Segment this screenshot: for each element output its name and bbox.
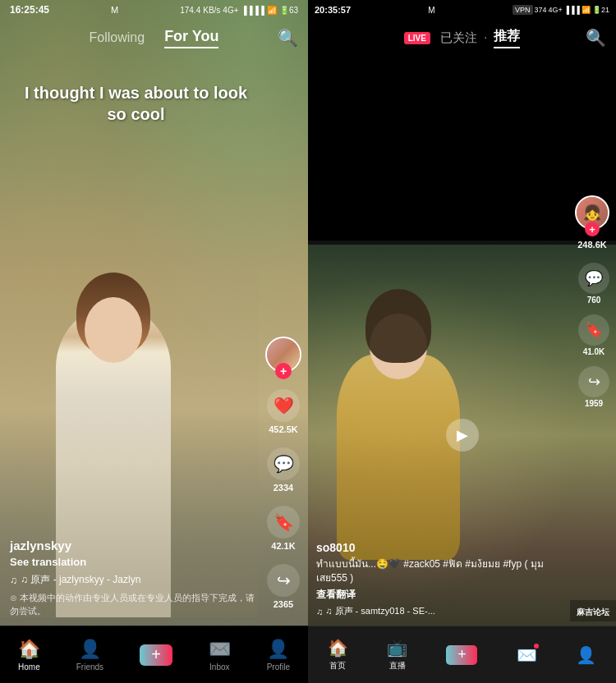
play-button[interactable]: ▶ <box>446 419 479 452</box>
left-nav-foryou[interactable]: For You <box>164 28 218 48</box>
left-nav-profile[interactable]: 👤 Profile <box>267 639 290 672</box>
heart-icon: ❤️ <box>267 389 300 422</box>
left-status-icons: 174.4 KB/s 4G+ ▐▐▐▐ 📶 🔋63 <box>180 6 298 15</box>
right-username: so8010 <box>316 541 568 554</box>
right-share-count: 1959 <box>585 399 603 408</box>
right-status-bar: 20:35:57 M VPN 374 4G+ ▐▐▐ 📶 🔋21 <box>308 0 616 20</box>
right-panel: 20:35:57 M VPN 374 4G+ ▐▐▐ 📶 🔋21 LIVE 已关… <box>308 0 616 683</box>
inbox-icon: ✉️ <box>209 639 231 660</box>
right-m-icon: M <box>428 6 434 15</box>
right-share-icon: ↪ <box>578 366 609 397</box>
right-see-translation[interactable]: 查看翻译 <box>316 588 568 602</box>
left-follow-plus[interactable]: + <box>275 363 292 379</box>
right-inbox-icon: ✉️ <box>517 645 537 665</box>
left-avatar-container: + <box>265 337 301 373</box>
watermark: 麻吉论坛 <box>570 600 616 621</box>
right-nav-inbox[interactable]: ✉️ <box>517 645 537 665</box>
right-profile-icon: 👤 <box>576 645 596 665</box>
profile-icon: 👤 <box>267 639 289 660</box>
right-add-icon: + <box>446 645 477 665</box>
live-badge: LIVE <box>404 32 430 44</box>
right-top-like-count: 248.6K <box>577 240 606 250</box>
left-nav-inbox[interactable]: ✉️ Inbox <box>209 639 231 672</box>
right-top-avatar-container: 👧 + <box>575 195 609 230</box>
left-warning-text: ⊙ 本视频中的动作由专业人员或在专业人员的指导下完成，请勿尝试。 <box>10 592 259 617</box>
right-bookmark-icon: 🔖 <box>578 314 609 346</box>
right-top-video: 👧 + 248.6K <box>308 56 616 245</box>
right-nav-following[interactable]: 已关注 <box>440 30 477 46</box>
left-username: jazlynskyy <box>10 539 259 552</box>
left-header: Following For You 🔍 <box>0 20 308 56</box>
search-icon[interactable]: 🔍 <box>278 28 298 48</box>
left-nav-following[interactable]: Following <box>90 30 145 45</box>
right-comment-button[interactable]: 💬 760 <box>578 263 609 305</box>
right-bookmark-count: 41.0K <box>583 347 605 356</box>
left-share-button[interactable]: ↪ 2365 <box>267 564 300 609</box>
right-home-icon: 🏠 <box>328 638 348 658</box>
right-bookmark-button[interactable]: 🔖 41.0K <box>578 314 609 356</box>
left-nav-home[interactable]: 🏠 Home <box>18 639 40 672</box>
friends-icon: 👤 <box>79 639 101 660</box>
left-like-count: 452.5K <box>269 424 297 434</box>
left-comment-button[interactable]: 💬 2334 <box>267 447 300 493</box>
left-sound-info: ♫ ♫ 原声 - jazlynskyy - Jazlyn <box>10 573 259 587</box>
right-time: 20:35:57 <box>315 5 351 15</box>
left-comment-count: 2334 <box>274 483 293 493</box>
left-nav-add[interactable]: + <box>140 644 172 666</box>
right-top-follow-plus[interactable]: + <box>585 222 600 236</box>
right-nav-home[interactable]: 🏠 首页 <box>328 638 348 672</box>
right-music-icon: ♫ <box>316 607 323 617</box>
add-icon: + <box>140 644 172 666</box>
left-bookmark-button[interactable]: 🔖 42.1K <box>267 506 300 551</box>
comment-icon: 💬 <box>267 447 300 480</box>
video-divider <box>308 241 616 245</box>
left-time: 16:25:45 <box>10 4 49 16</box>
right-header: LIVE 已关注 · 推荐 🔍 <box>308 20 616 56</box>
left-share-count: 2365 <box>274 599 293 609</box>
left-like-button[interactable]: ❤️ 452.5K <box>267 389 300 434</box>
right-status-icons: VPN 374 4G+ ▐▐▐ 📶 🔋21 <box>513 5 609 15</box>
right-sound-info: ♫ ♫ 原声 - samtzy018 - SE-... <box>316 605 568 617</box>
right-top-actions: 👧 + 248.6K <box>575 195 609 250</box>
share-icon: ↪ <box>267 564 300 597</box>
right-nav-profile[interactable]: 👤 <box>576 645 596 665</box>
bookmark-icon: 🔖 <box>267 506 300 539</box>
right-search-icon[interactable]: 🔍 <box>586 28 606 48</box>
right-nav-recommend[interactable]: 推荐 <box>494 28 520 48</box>
right-caption: ทำแบบนี้มัน...🤤🖤 #zack05 #ฟิด #มง้ยมย #f… <box>316 557 568 585</box>
left-bottom-info: jazlynskyy See translation ♫ ♫ 原声 - jazl… <box>10 539 259 617</box>
video-caption: I thought I was about to look so cool <box>13 82 259 125</box>
right-nav-live[interactable]: 📺 直播 <box>387 638 407 672</box>
right-comment-count: 760 <box>587 296 601 305</box>
left-bookmark-count: 42.1K <box>271 541 295 551</box>
left-action-buttons: + ❤️ 452.5K 💬 2334 🔖 42.1K ↪ 2365 <box>265 337 301 609</box>
left-see-translation[interactable]: See translation <box>10 556 259 568</box>
right-live-icon: 📺 <box>387 638 407 658</box>
left-status-bar: 16:25:45 M 174.4 KB/s 4G+ ▐▐▐▐ 📶 🔋63 <box>0 0 308 20</box>
left-bottom-nav: 🏠 Home 👤 Friends + ✉️ Inbox 👤 Profile <box>0 626 308 683</box>
right-comment-icon: 💬 <box>578 263 609 294</box>
left-m-icon: M <box>111 5 118 15</box>
home-icon: 🏠 <box>18 639 40 660</box>
right-nav-add[interactable]: + <box>446 645 477 665</box>
right-bottom-actions: 💬 760 🔖 41.0K ↪ 1959 <box>578 263 609 408</box>
music-icon: ♫ <box>10 575 17 586</box>
watermark-text: 麻吉论坛 <box>577 607 609 617</box>
notification-dot <box>534 644 539 649</box>
left-nav-friends[interactable]: 👤 Friends <box>76 639 103 672</box>
left-panel: 16:25:45 M 174.4 KB/s 4G+ ▐▐▐▐ 📶 🔋63 Fol… <box>0 0 308 683</box>
right-share-button[interactable]: ↪ 1959 <box>578 366 609 408</box>
right-bottom-nav: 🏠 首页 📺 直播 + ✉️ 👤 <box>308 626 616 683</box>
right-bottom-info: so8010 ทำแบบนี้มัน...🤤🖤 #zack05 #ฟิด #มง… <box>316 541 568 617</box>
